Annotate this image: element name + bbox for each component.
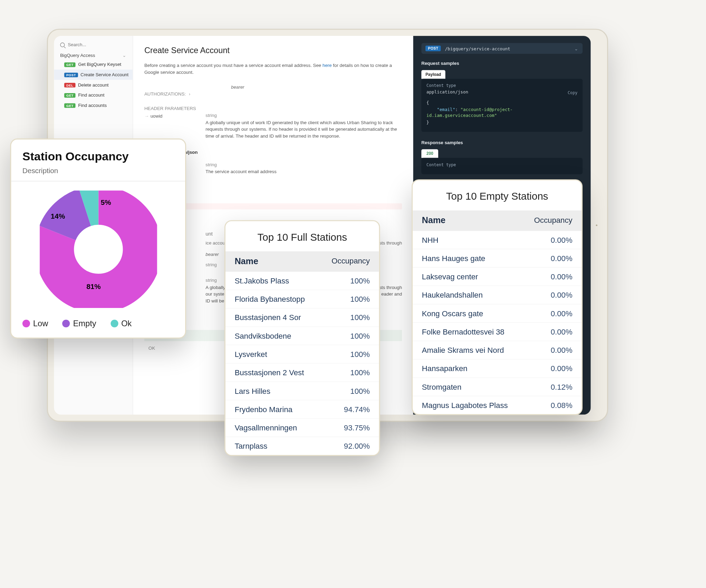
authorizations-value: bearer <box>231 84 244 98</box>
cell-name: Lars Hilles <box>235 386 271 395</box>
nav-item-find-account[interactable]: GET Find account <box>54 90 133 100</box>
cell-occupancy: 0.00% <box>551 290 572 299</box>
cell-occupancy: 100% <box>350 386 370 395</box>
nav-item-label: Get BigQuery Keyset <box>78 62 121 67</box>
table-row: Busstasjonen 2 Vest100% <box>225 363 379 381</box>
response-codebox: Content type <box>421 158 583 174</box>
chevron-right-icon: › <box>189 92 190 96</box>
content-type-value: application/json <box>426 89 577 96</box>
cell-name: Hans Hauges gate <box>422 254 485 262</box>
nav-item-find-accounts[interactable]: GET Find accounts <box>54 100 133 110</box>
truncated-tail: ests through <box>377 241 402 246</box>
table-row: Florida Bybanestopp100% <box>225 289 379 308</box>
cell-name: Stromgaten <box>422 382 462 391</box>
col-name: Name <box>235 256 259 267</box>
table-row: NHH0.00% <box>413 231 582 249</box>
cell-occupancy: 100% <box>350 313 370 321</box>
method-badge-get: GET <box>64 62 75 67</box>
cell-name: Lysverket <box>235 350 267 358</box>
tab-payload[interactable]: Payload <box>421 70 445 79</box>
table-row: Vagsallmenningen93.75% <box>225 418 379 436</box>
cell-occupancy: 100% <box>350 276 370 285</box>
cell-occupancy: 0.12% <box>551 382 572 391</box>
cell-occupancy: 100% <box>350 350 370 358</box>
table-row: Lysverket100% <box>225 345 379 363</box>
table-row: Laksevag center0.00% <box>413 267 582 285</box>
card-top-10-empty: Top 10 Empty Stations Name Occupancy NHH… <box>412 179 583 415</box>
cell-occupancy: 100% <box>350 295 370 303</box>
table-row: Frydenbo Marina94.74% <box>225 400 379 418</box>
table-header: Name Occupancy <box>225 251 379 271</box>
cell-name: Frydenbo Marina <box>235 405 293 413</box>
intro-text-before: Before creating a service account you mu… <box>144 63 323 68</box>
nav-item-delete-account[interactable]: DEL Delete account <box>54 80 133 90</box>
cell-occupancy: 0.00% <box>551 235 572 244</box>
card-title: Station Occupancy <box>22 150 174 163</box>
table-row: Kong Oscars gate0.00% <box>413 304 582 322</box>
cell-name: Hansaparken <box>422 364 467 372</box>
cell-name: Tarnplass <box>235 441 268 450</box>
cell-occupancy: 0.00% <box>551 327 572 336</box>
param-row-uowid: →uowid string A globally unique unit of … <box>144 113 402 139</box>
table-row: Lars Hilles100% <box>225 381 379 400</box>
cell-name: Amalie Skrams vei Nord <box>422 346 504 354</box>
table-row: Folke Bernadottesvei 380.00% <box>413 322 582 340</box>
endpoint-selector[interactable]: POST /bigquery/service-account ⌄ <box>421 43 583 53</box>
cell-occupancy: 93.75% <box>344 423 370 432</box>
cell-occupancy: 0.00% <box>551 254 572 262</box>
cell-occupancy: 0.00% <box>551 346 572 354</box>
cell-name: Busstasjonen 4 Sor <box>235 313 301 321</box>
content-type-label: Content type <box>426 162 577 168</box>
table-row: Amalie Skrams vei Nord0.00% <box>413 340 582 359</box>
copy-button[interactable]: Copy <box>568 90 578 96</box>
table-row: Busstasjonen 4 Sor100% <box>225 308 379 326</box>
card-title: Top 10 Full Stations <box>225 221 379 251</box>
intro-link[interactable]: here <box>322 63 332 68</box>
nav-item-create-service-account[interactable]: POST Create Service Account <box>54 69 133 80</box>
header-parameters-label: HEADER PARAMETERS <box>144 106 402 111</box>
doc-title: Create Service Account <box>144 46 402 55</box>
json-body: { "email": "account-id@project-id.iam.gs… <box>426 99 577 125</box>
cell-occupancy: 0.00% <box>551 364 572 372</box>
cell-name: St.Jakobs Plass <box>235 276 289 285</box>
method-badge-get: GET <box>64 103 75 107</box>
table-row: Stromgaten0.12% <box>413 377 582 396</box>
cell-name: Magnus Lagabotes Plass <box>422 401 508 409</box>
authorizations-label: AUTHORIZATIONS: › <box>144 91 190 97</box>
param-description: The service account email address <box>205 169 402 175</box>
table-row: St.Jakobs Plass100% <box>225 271 379 289</box>
table-row: Hans Hauges gate0.00% <box>413 249 582 267</box>
slice-label-ok: 5% <box>101 198 111 206</box>
response-samples-heading: Response samples <box>421 140 583 145</box>
table-row: Tarnplass92.00% <box>225 436 379 455</box>
tab-200[interactable]: 200 <box>421 149 438 158</box>
param-type: string <box>205 162 402 167</box>
cell-name: Folke Bernadottesvei 38 <box>422 327 504 336</box>
divider <box>11 181 185 181</box>
param-description: A globally unique unit of work ID genera… <box>205 120 402 140</box>
card-title: Top 10 Empty Stations <box>413 180 582 210</box>
cell-name: Haukelandshallen <box>422 290 483 299</box>
cell-name: Laksevag center <box>422 272 478 281</box>
cell-occupancy: 0.00% <box>551 272 572 281</box>
nav-item-label: Find accounts <box>78 103 107 108</box>
nav-group-label: BigQuery Access <box>60 52 95 58</box>
col-occupancy: Occupancy <box>332 256 370 267</box>
authorizations-value: bearer <box>205 252 219 257</box>
nav-item-get-keyset[interactable]: GET Get BigQuery Keyset <box>54 59 133 70</box>
method-badge-get: GET <box>64 93 75 97</box>
card-top-10-full: Top 10 Full Stations Name Occupancy St.J… <box>224 220 380 456</box>
table-row: Sandviksbodene100% <box>225 326 379 345</box>
endpoint-path: /bigquery/service-account <box>445 46 510 51</box>
param-type: string <box>205 113 402 118</box>
search-input[interactable] <box>68 42 119 47</box>
nav-group-bigquery[interactable]: BigQuery Access ⌄ <box>54 50 133 59</box>
content-type-label: Content type <box>426 83 577 89</box>
cell-name: NHH <box>422 235 438 244</box>
search-bar[interactable] <box>54 38 133 50</box>
legend-item-ok: Ok <box>111 319 132 328</box>
legend-item-empty: Empty <box>62 319 96 328</box>
cell-name: Vagsallmenningen <box>235 423 297 432</box>
chevron-down-icon: ⌄ <box>122 52 127 58</box>
cell-occupancy: 100% <box>350 331 370 340</box>
